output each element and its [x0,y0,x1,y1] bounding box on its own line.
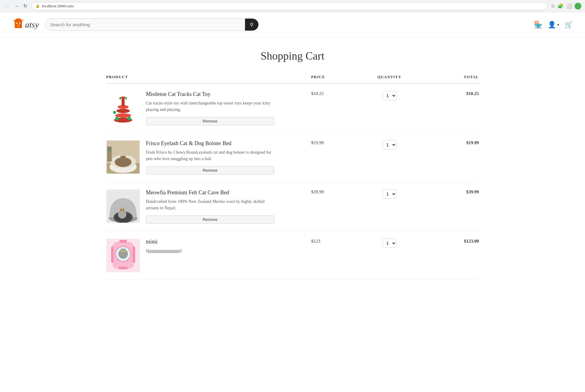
cart-button[interactable]: 🛒 [565,21,573,29]
svg-rect-18 [108,147,109,150]
svg-point-6 [115,117,119,120]
cart-table-body: Mistletoe Cat Tracks Cat Toy Cat tracks-… [106,83,479,280]
price-cell-2: $19.99 [311,133,356,182]
svg-rect-31 [133,247,135,263]
table-row: Frisco Eyelash Cat & Dog Bolster Bed Fro… [106,133,479,182]
qty-cell-1: 12345 [356,83,423,133]
product-desc-1: Cat tracks-style toy with interchangeabl… [146,100,274,113]
total-cell-4: $123.00 [423,231,479,280]
svg-point-0 [16,23,17,24]
qty-select-3[interactable]: 12345 [382,189,397,199]
window-icon[interactable]: ⬜ [566,3,572,9]
qty-select-1[interactable]: 12345 [382,91,397,100]
account-button[interactable]: 👤 ▾ [548,21,559,29]
search-bar: ⚲ [45,18,259,31]
product-cell-2: Frisco Eyelash Cat & Dog Bolster Bed Fro… [106,133,311,182]
product-desc-2: From Frisco by Chewy.Round,eyelash cat a… [146,149,274,162]
catsy-logo-svg [12,16,24,31]
svg-point-4 [116,109,130,113]
product-desc-3: Handcrafted from 100% New Zealand Merino… [146,198,274,211]
refresh-button[interactable]: ↻ [22,2,28,9]
forward-button[interactable]: → [13,3,20,9]
product-cell-1: Mistletoe Cat Tracks Cat Toy Cat tracks-… [106,83,311,133]
browser-chrome: ← → ↻ 🔒 localhost:3000/carts ☆ 🧩 ⬜ [0,0,585,12]
product-name-1: Mistletoe Cat Tracks Cat Toy [146,91,274,97]
svg-point-28 [123,209,124,211]
search-icon: ⚲ [250,22,254,27]
cart-table: PRODUCT PRICE QUANTITY TOTAL [106,75,479,280]
svg-point-1 [19,23,20,24]
table-row: mimi fgggggggggggggggd $12312345$123.00 [106,231,479,280]
product-image-4 [106,239,140,272]
svg-point-27 [121,209,121,211]
store-button[interactable]: 🏪 [534,21,542,29]
qty-cell-4: 12345 [356,231,423,280]
total-cell-2: $19.99 [423,133,479,182]
product-image-3 [106,189,140,223]
search-button[interactable]: ⚲ [245,19,258,31]
address-bar[interactable]: 🔒 localhost:3000/carts [31,2,548,10]
svg-rect-38 [119,267,127,269]
main-content: Shopping Cart PRODUCT PRICE QUANTITY TOT… [94,37,491,292]
cart-icon: 🛒 [565,21,573,29]
product-image-2 [106,140,140,174]
browser-toolbar: ☆ 🧩 ⬜ [551,3,581,9]
col-header-quantity: QUANTITY [356,75,423,83]
product-desc-4: fgggggggggggggggd [146,247,182,254]
product-details-1: Mistletoe Cat Tracks Cat Toy Cat tracks-… [146,91,274,125]
nav-buttons: ← → ↻ [4,2,28,9]
logo-cat-icon [12,16,24,33]
svg-rect-19 [110,147,111,152]
puzzle-icon[interactable]: 🧩 [558,3,564,9]
product-info: Mistletoe Cat Tracks Cat Toy Cat tracks-… [106,91,311,125]
product-name-3: Meowfia Premium Felt Cat Cave Bed [146,189,274,196]
store-icon: 🏪 [534,21,542,29]
remove-button-3[interactable]: Remove [146,215,274,224]
qty-select-4[interactable]: 12345 [382,239,397,248]
site-header: atsy ⚲ 🏪 👤 ▾ 🛒 [0,12,585,37]
page-title: Shopping Cart [106,49,479,62]
svg-point-7 [127,117,131,120]
qty-cell-2: 12345 [356,133,423,182]
account-icon: 👤 [548,21,556,29]
profile-circle[interactable] [575,3,581,9]
remove-button-2[interactable]: Remove [146,166,274,174]
url-text: localhost:3000/carts [42,4,74,9]
product-name-4: mimi [146,239,182,245]
product-info: Frisco Eyelash Cat & Dog Bolster Bed Fro… [106,140,311,174]
svg-rect-17 [107,147,108,151]
logo-link[interactable]: atsy [12,16,39,33]
svg-rect-37 [119,240,127,243]
col-header-total: TOTAL [423,75,479,83]
svg-point-8 [113,111,116,114]
price-cell-1: $10.25 [311,83,356,133]
total-cell-3: $39.99 [423,182,479,231]
price-cell-3: $39.99 [311,182,356,231]
table-row: Meowfia Premium Felt Cat Cave Bed Handcr… [106,182,479,231]
svg-rect-30 [111,247,113,263]
logo-text: atsy [25,20,39,30]
product-details-4: mimi fgggggggggggggggd [146,239,182,254]
qty-select-2[interactable]: 12345 [382,140,397,149]
remove-button-1[interactable]: Remove [146,117,274,125]
product-details-3: Meowfia Premium Felt Cat Cave Bed Handcr… [146,189,274,224]
product-cell-4: mimi fgggggggggggggggd [106,231,311,280]
svg-point-36 [123,251,125,252]
header-icons: 🏪 👤 ▾ 🛒 [534,21,573,29]
cart-table-header: PRODUCT PRICE QUANTITY TOTAL [106,75,479,83]
bookmark-icon[interactable]: ☆ [551,3,555,9]
svg-rect-9 [122,97,125,106]
account-caret: ▾ [557,23,559,27]
product-image-1 [106,91,140,125]
product-info: mimi fgggggggggggggggd [106,239,311,272]
product-details-2: Frisco Eyelash Cat & Dog Bolster Bed Fro… [146,140,274,174]
col-header-product: PRODUCT [106,75,219,83]
product-name-2: Frisco Eyelash Cat & Dog Bolster Bed [146,140,274,147]
table-row: Mistletoe Cat Tracks Cat Toy Cat tracks-… [106,83,479,133]
lock-icon: 🔒 [35,4,40,8]
qty-cell-3: 12345 [356,182,423,231]
search-input[interactable] [45,19,245,30]
total-cell-1: $10.25 [423,83,479,133]
col-header-price: PRICE [311,75,356,83]
back-button[interactable]: ← [4,3,11,9]
